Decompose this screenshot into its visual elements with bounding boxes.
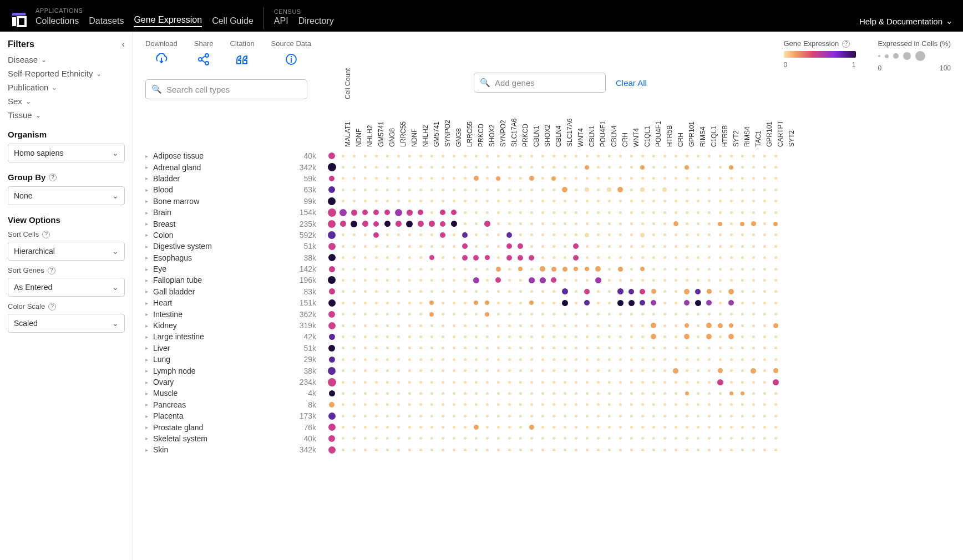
expand-icon[interactable]: ▸ [145, 379, 153, 385]
matrix-cell[interactable] [770, 166, 781, 169]
matrix-cell[interactable] [437, 232, 448, 238]
matrix-cell[interactable] [681, 165, 692, 170]
share-button[interactable]: Share [194, 39, 214, 67]
matrix-cell[interactable] [604, 200, 615, 202]
matrix-cell[interactable] [748, 313, 759, 315]
matrix-cell[interactable] [382, 200, 393, 202]
matrix-cell[interactable] [393, 302, 404, 304]
matrix-cell[interactable] [482, 177, 493, 180]
matrix-cell[interactable] [548, 256, 559, 259]
gene-header[interactable]: LRRC55 [399, 121, 407, 147]
gene-header[interactable]: PRKCD [477, 124, 485, 147]
matrix-cell[interactable] [692, 211, 703, 214]
matrix-cell[interactable] [626, 233, 637, 236]
matrix-cell[interactable] [726, 369, 737, 372]
matrix-cell[interactable] [592, 426, 604, 429]
nav-item-directory[interactable]: Directory [298, 16, 334, 27]
matrix-cell[interactable] [670, 302, 681, 304]
matrix-cell[interactable] [382, 313, 393, 315]
matrix-cell[interactable] [426, 426, 437, 429]
matrix-cell[interactable] [393, 268, 404, 271]
info-icon[interactable]: ? [842, 40, 850, 48]
expand-icon[interactable]: ▸ [145, 164, 153, 170]
matrix-cell[interactable] [648, 256, 659, 259]
matrix-cell[interactable] [670, 368, 681, 374]
matrix-cell[interactable] [515, 369, 526, 372]
matrix-cell[interactable] [770, 233, 781, 236]
matrix-cell[interactable] [770, 211, 781, 214]
expand-icon[interactable]: ▸ [145, 311, 153, 317]
matrix-cell[interactable] [681, 403, 692, 406]
matrix-cell[interactable] [404, 415, 415, 418]
matrix-cell[interactable] [770, 415, 781, 418]
matrix-cell[interactable] [348, 256, 359, 259]
matrix-cell[interactable] [359, 335, 371, 338]
matrix-cell[interactable] [659, 222, 670, 225]
matrix-cell[interactable] [592, 177, 604, 180]
matrix-cell[interactable] [703, 381, 714, 384]
expand-icon[interactable]: ▸ [145, 221, 153, 227]
tissue-row[interactable]: ▸Digestive system51k [145, 241, 322, 252]
matrix-cell[interactable] [437, 335, 448, 338]
matrix-cell[interactable] [648, 155, 659, 157]
matrix-cell[interactable] [604, 313, 615, 315]
matrix-cell[interactable] [604, 177, 615, 180]
matrix-cell[interactable] [559, 347, 570, 349]
matrix-cell[interactable] [581, 233, 592, 237]
matrix-cell[interactable] [448, 233, 459, 236]
matrix-cell[interactable] [404, 200, 415, 202]
matrix-cell[interactable] [437, 221, 448, 227]
matrix-cell[interactable] [459, 324, 470, 327]
matrix-cell[interactable] [393, 256, 404, 259]
matrix-cell[interactable] [570, 313, 581, 315]
matrix-cell[interactable] [537, 347, 548, 349]
matrix-cell[interactable] [770, 368, 781, 373]
matrix-cell[interactable] [726, 189, 737, 191]
tissue-row[interactable]: ▸Lymph node38k [145, 365, 322, 376]
matrix-cell[interactable] [482, 415, 493, 418]
matrix-cell[interactable] [526, 358, 537, 361]
matrix-cell[interactable] [415, 155, 426, 157]
matrix-cell[interactable] [415, 437, 426, 440]
matrix-cell[interactable] [726, 233, 737, 236]
matrix-cell[interactable] [382, 449, 393, 451]
matrix-cell[interactable] [681, 222, 692, 225]
matrix-cell[interactable] [626, 437, 637, 440]
matrix-cell[interactable] [493, 222, 504, 225]
matrix-cell[interactable] [570, 302, 581, 304]
matrix-cell[interactable] [404, 221, 415, 227]
matrix-cell[interactable] [415, 313, 426, 315]
matrix-cell[interactable] [637, 222, 648, 225]
nav-item-collections[interactable]: Collections [36, 16, 79, 27]
matrix-cell[interactable] [604, 233, 615, 236]
matrix-cell[interactable] [714, 279, 726, 282]
matrix-cell[interactable] [493, 313, 504, 315]
matrix-cell[interactable] [759, 381, 770, 384]
matrix-cell[interactable] [426, 312, 437, 317]
matrix-cell[interactable] [692, 289, 703, 294]
tissue-row[interactable]: ▸Skin342k [145, 444, 322, 455]
citation-button[interactable]: Citation [230, 39, 255, 67]
matrix-cell[interactable] [615, 415, 626, 418]
matrix-cell[interactable] [615, 403, 626, 406]
matrix-cell[interactable] [415, 245, 426, 248]
matrix-cell[interactable] [482, 403, 493, 406]
matrix-cell[interactable] [359, 210, 371, 215]
matrix-cell[interactable] [604, 392, 615, 395]
matrix-cell[interactable] [459, 166, 470, 169]
matrix-cell[interactable] [448, 347, 459, 349]
matrix-cell[interactable] [337, 221, 348, 227]
expand-icon[interactable]: ▸ [145, 323, 153, 329]
expand-icon[interactable]: ▸ [145, 254, 153, 261]
matrix-cell[interactable] [737, 233, 748, 236]
matrix-cell[interactable] [359, 189, 371, 191]
matrix-cell[interactable] [537, 302, 548, 304]
matrix-cell[interactable] [348, 245, 359, 248]
matrix-cell[interactable] [714, 323, 726, 328]
matrix-cell[interactable] [648, 369, 659, 372]
matrix-cell[interactable] [348, 302, 359, 304]
matrix-cell[interactable] [415, 392, 426, 395]
matrix-cell[interactable] [537, 211, 548, 214]
matrix-cell[interactable] [626, 155, 637, 157]
matrix-cell[interactable] [637, 426, 648, 429]
